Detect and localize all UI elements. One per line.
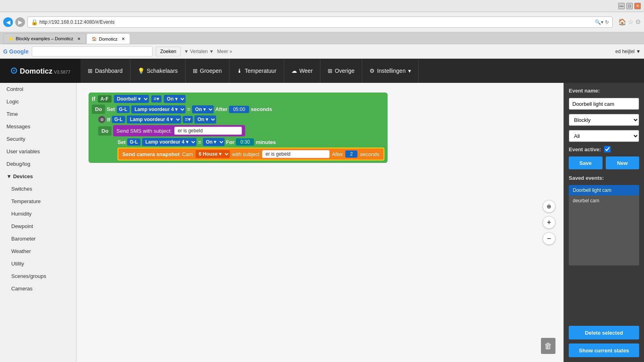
sidebar-item-time[interactable]: Time <box>0 108 76 120</box>
sidebar-item-switches[interactable]: Switches <box>0 183 76 195</box>
sidebar-item-cameras[interactable]: Cameras <box>0 282 76 295</box>
back-btn[interactable]: ◀ <box>3 17 13 27</box>
show-states-button[interactable]: Show current states <box>569 343 639 357</box>
inner-if-row: ⚙ If G-L Lamp voordeur 4 ▾ =▾ On ▾ <box>98 115 384 123</box>
lamp-prefix-1: G-L <box>117 106 130 113</box>
zoom-out-btn[interactable]: − <box>543 232 555 245</box>
saved-events-list: Doorbell light cam deurbel cam <box>569 185 639 265</box>
inner-lamp-select[interactable]: Lamp voordeur 4 ▾ <box>127 115 181 123</box>
zoom-controls: ⊕ + − <box>543 200 555 245</box>
event-active-checkbox[interactable] <box>604 146 611 152</box>
cam-label: Send camera snapshot <box>122 151 180 157</box>
sidebar-item-messages[interactable]: Messages <box>0 120 76 133</box>
tab-domoticz[interactable]: 🏠 Domoticz ✕ <box>87 33 130 44</box>
vertalen-btn[interactable]: ▼ Vertalen ▼ <box>184 49 214 54</box>
zoeken-btn[interactable]: Zoeken <box>156 47 181 56</box>
close-btn[interactable]: ✕ <box>634 3 641 9</box>
google-logo: G Google <box>3 48 29 55</box>
inner-do-label: Do <box>98 126 111 136</box>
save-new-row: Save New <box>569 156 639 169</box>
user-menu[interactable]: ed heijtel ▼ <box>615 49 641 54</box>
saved-event-1[interactable]: deurbel cam <box>569 195 639 206</box>
event-active-row: Event active: <box>569 146 639 152</box>
sidebar-item-security[interactable]: Security <box>0 133 76 145</box>
nav-menu: ⊞ Dashboard 💡 Schakelaars ⊞ Groepen 🌡 Te… <box>80 59 644 83</box>
home-icon[interactable]: 🏠 <box>618 18 626 26</box>
gear-icon[interactable]: ⚙ <box>98 116 105 123</box>
cam-time-input[interactable] <box>345 150 357 158</box>
sidebar-item-temperature[interactable]: Temperature <box>0 195 76 208</box>
inner-on-select[interactable]: On ▾ <box>194 115 216 123</box>
sidebar-item-debuglog[interactable]: Debug/log <box>0 158 76 170</box>
google-bar: G Google Zoeken ▼ Vertalen ▼ Meer » ed h… <box>0 44 644 59</box>
inner-lamp-select-2[interactable]: Lamp voordeur 4 ▾ <box>142 138 196 146</box>
sidebar-item-weather[interactable]: Weather <box>0 245 76 257</box>
minutes-label: minutes <box>256 139 276 145</box>
saved-events-title: Saved events: <box>569 175 639 181</box>
time-input-1[interactable] <box>229 106 249 113</box>
set-label-1: Set <box>107 106 115 112</box>
star-icon[interactable]: ☆ <box>628 18 634 26</box>
lamp-select-1[interactable]: Lamp voordeur 4 ▾ <box>131 105 186 113</box>
on-select-2[interactable]: On ▾ <box>192 105 214 113</box>
blockly-select[interactable]: Blockly <box>569 114 639 126</box>
address-text: http://192.168.0.112:4080/#/Events <box>39 19 593 25</box>
event-name-input[interactable] <box>569 98 639 110</box>
nav-groepen[interactable]: ⊞ Groepen <box>186 59 229 83</box>
sms-block: Send SMS with subject: <box>113 125 245 136</box>
sidebar-item-devices[interactable]: ▼ Devices <box>0 170 76 183</box>
cam-select[interactable]: 6 House ▾ <box>196 150 230 158</box>
sidebar-item-dewpoint[interactable]: Dewpoint <box>0 220 76 232</box>
sidebar-item-barometer[interactable]: Barometer <box>0 232 76 245</box>
app-logo: ⊙ Domoticz V3.5877 <box>0 59 80 83</box>
doorbell-prefix: A-F <box>98 95 111 103</box>
save-button[interactable]: Save <box>569 156 603 169</box>
nav-temperatuur[interactable]: 🌡 Temperatuur <box>229 59 284 83</box>
zoom-reset-btn[interactable]: ⊕ <box>543 200 555 213</box>
nav-weer[interactable]: ☁ Weer <box>284 59 320 83</box>
do-label-1: Do <box>92 105 105 114</box>
all-select[interactable]: All <box>569 130 639 142</box>
nav-schakelaars[interactable]: 💡 Schakelaars <box>130 59 186 83</box>
instellingen-arrow: ▾ <box>408 68 411 74</box>
sidebar-item-scenesgroups[interactable]: Scenes/groups <box>0 270 76 282</box>
new-button[interactable]: New <box>606 156 640 169</box>
cam-subject-input[interactable] <box>262 150 330 158</box>
settings-icon[interactable]: ⚙ <box>635 18 641 26</box>
groepen-icon: ⊞ <box>193 68 198 74</box>
if-label: If <box>92 96 95 102</box>
inner-lamp-prefix: G-L <box>112 116 125 123</box>
delete-selected-button[interactable]: Delete selected <box>569 326 639 339</box>
equals-btn[interactable]: =▾ <box>151 95 161 103</box>
google-search-input[interactable] <box>32 46 153 57</box>
nav-dashboard[interactable]: ⊞ Dashboard <box>80 59 130 83</box>
right-panel: Event name: Blockly All Event active: Sa… <box>564 83 644 362</box>
minimize-btn[interactable]: — <box>618 3 625 9</box>
forward-btn[interactable]: ▶ <box>15 17 25 27</box>
meer-btn[interactable]: Meer » <box>217 49 232 54</box>
temperatuur-icon: 🌡 <box>237 68 242 74</box>
nav-overige[interactable]: ⊞ Overige <box>320 59 362 83</box>
seconds-label-1: seconds <box>251 106 272 112</box>
sidebar-item-utility[interactable]: Utility <box>0 257 76 270</box>
main-layout: Control Logic Time Messages Security Use… <box>0 83 644 362</box>
sidebar-item-control[interactable]: Control <box>0 83 76 95</box>
maximize-btn[interactable]: □ <box>626 3 633 9</box>
trash-btn[interactable]: 🗑 <box>541 338 555 354</box>
doorbell-select[interactable]: Doorbell ▾ <box>114 95 149 103</box>
sms-input[interactable] <box>174 127 242 135</box>
sidebar-item-logic[interactable]: Logic <box>0 95 76 108</box>
address-bar[interactable]: 🔒 http://192.168.0.112:4080/#/Events 🔍▾ … <box>27 16 613 28</box>
inner-equals-btn[interactable]: =▾ <box>183 116 193 123</box>
nav-instellingen[interactable]: ⚙ Instellingen ▾ <box>362 59 419 83</box>
inner-on-select-2[interactable]: On ▾ <box>203 138 225 146</box>
weer-icon: ☁ <box>291 68 297 74</box>
time-input-2[interactable] <box>236 138 254 146</box>
tab-blockly[interactable]: 🌟 Blockly examples – Domoticz ✕ <box>3 33 86 44</box>
on-select-1[interactable]: On ▾ <box>164 95 186 103</box>
sidebar-item-uservariables[interactable]: User variables <box>0 145 76 158</box>
saved-event-0[interactable]: Doorbell light cam <box>569 185 639 195</box>
zoom-in-btn[interactable]: + <box>543 216 555 229</box>
nav-groepen-label: Groepen <box>200 68 222 74</box>
sidebar-item-humidity[interactable]: Humidity <box>0 208 76 220</box>
